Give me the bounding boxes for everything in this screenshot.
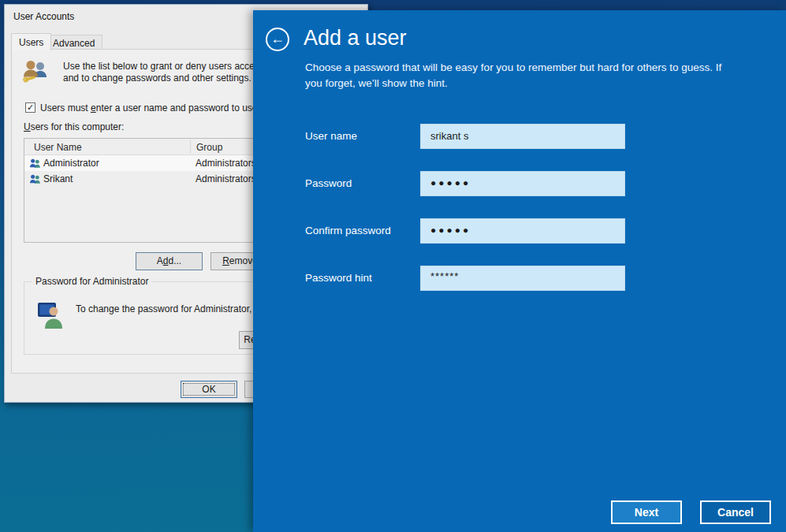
users-list-caption: Users for this computer: [24, 121, 124, 132]
user-name-label: User name [305, 130, 357, 142]
page-title: Add a user [304, 26, 407, 50]
tab-users[interactable]: Users [11, 33, 51, 50]
confirm-password-input[interactable]: ●●●●● [420, 218, 625, 244]
page-description: Choose a password that will be easy for … [305, 60, 739, 91]
group-cell: Administrators [196, 173, 256, 184]
user-name-input[interactable]: srikant s [420, 124, 625, 149]
checkbox-checked-icon[interactable]: ✓ [25, 102, 35, 113]
column-separator[interactable] [190, 140, 191, 154]
cancel-button[interactable]: Cancel [700, 500, 771, 524]
ok-button[interactable]: OK [181, 381, 237, 398]
add-button[interactable]: Add... [136, 252, 203, 270]
next-button[interactable]: Next [611, 500, 682, 524]
column-group[interactable]: Group [196, 142, 222, 153]
user-account-icon [29, 173, 41, 188]
users-key-icon [21, 59, 51, 85]
user-name-cell: Administrator [43, 158, 99, 169]
confirm-password-label: Confirm password [305, 225, 391, 236]
user-account-icon [29, 158, 41, 172]
password-hint-input[interactable]: ****** [420, 266, 625, 291]
group-cell: Administrators [196, 158, 256, 169]
password-groupbox-title: Password for Administrator [32, 276, 151, 287]
password-input[interactable]: ●●●●● [420, 171, 625, 196]
column-user-name[interactable]: User Name [34, 142, 82, 153]
window-title: User Accounts [13, 11, 74, 22]
password-label: Password [305, 177, 352, 189]
password-hint-label: Password hint [305, 272, 372, 284]
add-user-panel: ← Add a user Choose a password that will… [253, 10, 786, 532]
user-name-cell: Srikant [43, 173, 73, 184]
back-arrow-icon[interactable]: ← [266, 28, 289, 51]
tab-advanced[interactable]: Advanced [45, 35, 102, 50]
password-user-icon [36, 300, 65, 331]
